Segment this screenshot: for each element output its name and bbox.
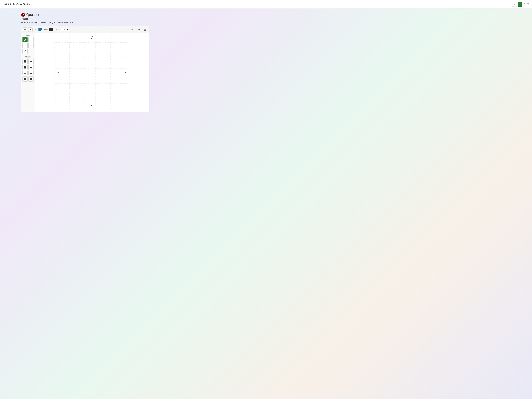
- back-button[interactable]: ‹: [512, 2, 517, 7]
- square-outline-tool-button[interactable]: [28, 65, 33, 70]
- line-color-swatch[interactable]: [49, 28, 53, 31]
- page-title: Unit Activity: Conic Sections: [3, 3, 32, 6]
- redo-button[interactable]: ↪: [137, 27, 141, 32]
- svg-line-0: [30, 39, 32, 41]
- diamond-tool-button[interactable]: [22, 76, 27, 82]
- forward-button[interactable]: ›: [518, 2, 522, 7]
- move-tool-button[interactable]: [23, 27, 27, 32]
- top-navigation: Unit Activity: Conic Sections ‹ › 5 of 7: [0, 0, 532, 9]
- fill-label: Fill:: [35, 29, 37, 31]
- svg-rect-9: [24, 66, 26, 69]
- graph-canvas-area[interactable]: x y: [35, 33, 149, 112]
- star-tool-button[interactable]: [22, 71, 27, 76]
- parallelogram-tool-button[interactable]: [28, 76, 33, 82]
- question-header: ? Question: [21, 13, 527, 17]
- line-group: Line:: [44, 28, 53, 31]
- svg-marker-11: [24, 72, 26, 74]
- main-content: ? Question Part B Use the drawing tool t…: [0, 9, 532, 116]
- shapes-section-label: Shapes: [22, 56, 33, 58]
- square-filled-tool-button[interactable]: [22, 65, 27, 70]
- ellipse-filled-tool-button[interactable]: [28, 59, 33, 64]
- svg-rect-10: [30, 67, 32, 68]
- question-icon: ?: [21, 13, 25, 17]
- lines-tools-grid: [22, 37, 33, 54]
- lines-section-label: Lines: [22, 34, 33, 36]
- nav-controls: ‹ › 5 of 7: [512, 2, 529, 7]
- arrow-both-tool-button[interactable]: [28, 43, 33, 48]
- page-info: 5 of 7: [524, 3, 529, 6]
- undo-button[interactable]: ↩: [130, 27, 134, 32]
- drawing-tool-container: T Fill: Line: Width: 2 pt 1 pt 3 pt 4 pt: [21, 26, 149, 112]
- toolbar-select-group: T: [23, 27, 32, 32]
- question-title: Question: [26, 13, 40, 17]
- width-select[interactable]: 2 pt 1 pt 3 pt 4 pt: [61, 28, 68, 31]
- svg-marker-13: [24, 78, 26, 80]
- line-label: Line:: [44, 29, 48, 31]
- circle-filled-tool-button[interactable]: [22, 59, 27, 64]
- fill-group: Fill:: [35, 28, 42, 31]
- graph-wrapper: x y: [37, 35, 147, 109]
- line-tool-button[interactable]: [28, 37, 33, 42]
- svg-marker-14: [30, 78, 32, 80]
- fill-color-swatch[interactable]: [38, 28, 42, 31]
- arrow-up-right-tool-button[interactable]: [22, 43, 27, 48]
- tools-panel: Lines: [21, 33, 35, 112]
- drawing-area: Lines: [21, 33, 149, 112]
- part-label: Part B: [22, 18, 527, 20]
- shapes-tools-grid: [22, 59, 33, 82]
- graph-svg: x y: [37, 35, 147, 109]
- y-axis-label: y: [92, 36, 93, 38]
- svg-marker-12: [30, 72, 32, 74]
- width-label: Width:: [55, 29, 60, 31]
- delete-button[interactable]: 🗑: [143, 27, 147, 32]
- svg-point-7: [24, 60, 26, 63]
- x-axis-label: x: [126, 71, 127, 73]
- triangle-tool-button[interactable]: [28, 71, 33, 76]
- instruction-text: Use the drawing tool to sketch the graph…: [21, 21, 527, 24]
- width-group: Width: 2 pt 1 pt 3 pt 4 pt: [55, 28, 68, 31]
- svg-point-8: [30, 61, 32, 62]
- pencil-tool-button[interactable]: [22, 37, 27, 42]
- curve-tool-button[interactable]: [22, 49, 27, 54]
- text-tool-button[interactable]: T: [28, 27, 32, 32]
- toolbar: T Fill: Line: Width: 2 pt 1 pt 3 pt 4 pt: [21, 26, 149, 33]
